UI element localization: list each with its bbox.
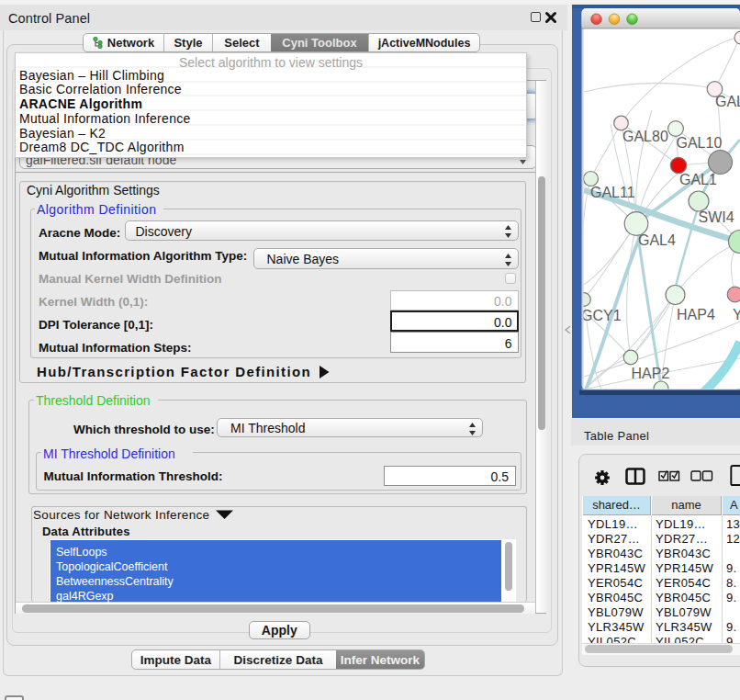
svg-text:SWI4: SWI4 bbox=[699, 209, 734, 225]
svg-text:GAL80: GAL80 bbox=[622, 129, 668, 144]
svg-text:GCY1: GCY1 bbox=[581, 308, 622, 323]
svg-text:HAP4: HAP4 bbox=[677, 307, 715, 322]
svg-text:Y: Y bbox=[733, 307, 740, 322]
svg-text:GAL4: GAL4 bbox=[638, 232, 676, 248]
svg-text:GAL: GAL bbox=[715, 94, 740, 109]
svg-text:HAP2: HAP2 bbox=[632, 366, 670, 381]
svg-text:GAL11: GAL11 bbox=[590, 185, 635, 200]
svg-text:GAL1: GAL1 bbox=[679, 172, 717, 187]
svg-text:GAL10: GAL10 bbox=[677, 135, 723, 151]
